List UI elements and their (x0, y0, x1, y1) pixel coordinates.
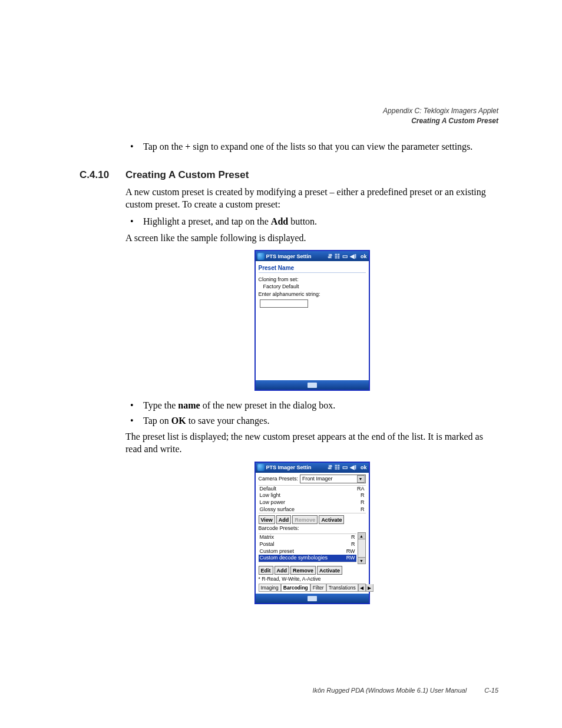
windows-start-icon[interactable] (257, 464, 265, 471)
chevron-down-icon[interactable]: ▼ (357, 475, 365, 483)
scroll-down-icon[interactable]: ▼ (358, 557, 365, 564)
signal-icon[interactable]: ☷ (335, 465, 340, 470)
intro-bullet: Tap on the + sign to expand one of the l… (125, 140, 498, 153)
tab-barcoding[interactable]: Barcoding (281, 584, 310, 592)
header-section: Creating A Custom Preset (80, 116, 498, 126)
tab-scroll-left-icon[interactable]: ◀ (358, 584, 366, 592)
bottom-bar (256, 380, 369, 390)
remove-button: Remove (292, 515, 318, 524)
section-heading: C.4.10 Creating A Custom Preset (80, 169, 498, 181)
screenshot-preset-name: PTS Imager Settin ⇵ ☷ ▭ ◀⁞ ok Preset Nam… (254, 250, 370, 391)
screenshot-preset-list: PTS Imager Settin ⇵ ☷ ▭ ◀⁞ ok Camera Pre… (254, 462, 370, 605)
add-button[interactable]: Add (276, 515, 292, 524)
bottom-bar (256, 594, 369, 603)
activate-button[interactable]: Activate (317, 566, 342, 575)
tab-strip: Imaging Barcoding Filter Translations ◀ … (259, 584, 366, 592)
header-appendix: Appendix C: Teklogix Imagers Applet (80, 106, 498, 116)
list-item: MatrixR (259, 534, 356, 541)
titlebar: PTS Imager Settin ⇵ ☷ ▭ ◀⁞ ok (256, 251, 369, 261)
section-number: C.4.10 (80, 169, 125, 181)
section-title: Creating A Custom Preset (125, 169, 249, 181)
footer-page-number: C-15 (484, 687, 498, 694)
activate-button[interactable]: Activate (319, 515, 344, 524)
footer-manual-title: Ikôn Rugged PDA (Windows Mobile 6.1) Use… (312, 687, 467, 694)
para-1: A new custom preset is created by modify… (125, 186, 498, 210)
legend-text: * R-Read, W-Write, A-Active (259, 576, 366, 582)
battery-icon[interactable]: ▭ (342, 253, 348, 259)
list-item: Low lightR (259, 492, 366, 499)
body-content: Tap on the + sign to expand one of the l… (125, 140, 498, 153)
edit-button[interactable]: Edit (259, 566, 273, 575)
cloning-value: Factory Default (263, 284, 366, 291)
ok-button[interactable]: ok (361, 465, 367, 470)
barcode-presets-label: Barcode Presets: (259, 525, 366, 531)
connectivity-icon[interactable]: ⇵ (328, 465, 332, 470)
status-icons: ⇵ ☷ ▭ ◀⁞ (328, 465, 356, 470)
list-item: Low powerR (259, 499, 366, 506)
scroll-up-icon[interactable]: ▲ (358, 533, 365, 539)
tab-translations[interactable]: Translations (326, 584, 358, 592)
keyboard-icon[interactable] (308, 383, 317, 388)
camera-preset-list[interactable]: DefaultRA Low lightR Low powerR Glossy s… (259, 485, 366, 514)
cloning-label: Cloning from set: (259, 276, 366, 284)
window-title: PTS Imager Settin (266, 253, 312, 259)
titlebar: PTS Imager Settin ⇵ ☷ ▭ ◀⁞ ok (256, 463, 369, 473)
tab-scroll-right-icon[interactable]: ▶ (366, 584, 373, 592)
barcode-preset-list[interactable]: MatrixR PostalR Custom presetRW Custom d… (259, 533, 356, 562)
section-body: A new custom preset is created by modify… (125, 186, 498, 604)
enter-string-label: Enter alphanumeric string: (259, 291, 366, 298)
windows-start-icon[interactable] (257, 253, 265, 260)
volume-icon[interactable]: ◀⁞ (350, 253, 356, 259)
signal-icon[interactable]: ☷ (335, 253, 340, 259)
camera-presets-label: Camera Presets: (259, 476, 299, 482)
para-3: The preset list is displayed; the new cu… (125, 430, 498, 455)
tab-imaging[interactable]: Imaging (259, 584, 281, 592)
window-title: PTS Imager Settin (266, 465, 312, 470)
battery-icon[interactable]: ▭ (342, 465, 348, 470)
status-icons: ⇵ ☷ ▭ ◀⁞ (328, 253, 356, 259)
bullet-type-name: Type the name of the new preset in the d… (125, 399, 498, 412)
add-button[interactable]: Add (275, 566, 290, 575)
list-item-selected: Custom decode symbologiesRW (259, 555, 356, 562)
para-2: A screen like the sample following is di… (125, 232, 498, 244)
view-button[interactable]: View (259, 515, 275, 524)
list-item: DefaultRA (259, 486, 366, 493)
page-header: Appendix C: Teklogix Imagers Applet Crea… (80, 106, 498, 126)
preset-name-input[interactable] (260, 299, 308, 308)
ok-button[interactable]: ok (361, 253, 367, 259)
remove-button[interactable]: Remove (290, 566, 316, 575)
camera-presets-dropdown[interactable]: Front Imager ▼ (300, 475, 365, 483)
document-page: Appendix C: Teklogix Imagers Applet Crea… (0, 0, 562, 728)
keyboard-icon[interactable] (308, 596, 317, 601)
dropdown-value: Front Imager (302, 476, 333, 482)
tab-filter[interactable]: Filter (310, 584, 326, 592)
page-footer: Ikôn Rugged PDA (Windows Mobile 6.1) Use… (312, 687, 498, 694)
dialog-heading: Preset Name (259, 263, 366, 273)
bullet-tap-ok: Tap on OK to save your changes. (125, 414, 498, 427)
volume-icon[interactable]: ◀⁞ (350, 465, 356, 470)
list-item: Custom presetRW (259, 548, 356, 555)
scrollbar[interactable]: ▲ ▼ (358, 532, 366, 564)
bullet-highlight: Highlight a preset, and tap on the Add b… (125, 215, 498, 228)
list-item: PostalR (259, 541, 356, 548)
connectivity-icon[interactable]: ⇵ (328, 253, 332, 259)
list-item: Glossy surfaceR (259, 506, 366, 513)
